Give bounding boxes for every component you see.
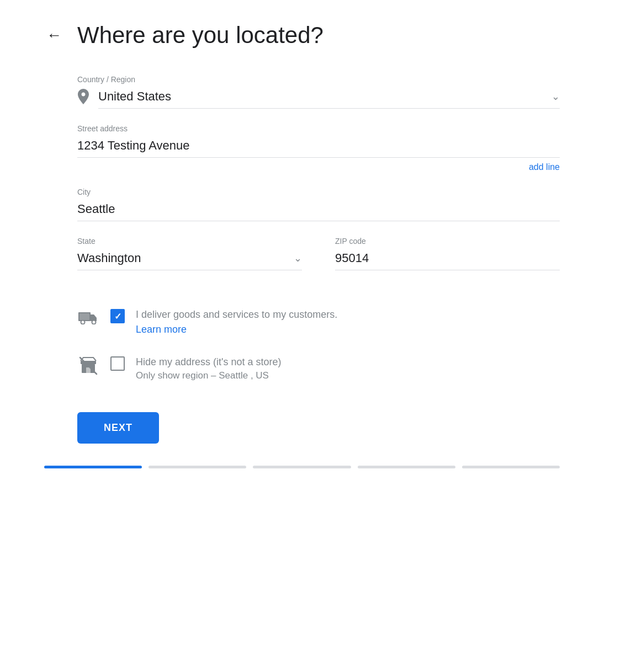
street-field-group: Street address 1234 Testing Avenue add l… (77, 124, 560, 172)
state-label: State (77, 237, 302, 246)
progress-bar (44, 466, 560, 468)
state-chevron-icon: ⌄ (294, 252, 302, 264)
progress-step-3 (253, 466, 351, 468)
progress-step-1 (44, 466, 142, 468)
country-label: Country / Region (77, 75, 560, 84)
hide-address-text: Hide my address (it's not a store) Only … (136, 355, 560, 381)
location-pin-icon (77, 89, 89, 108)
hide-address-checkbox-item: Hide my address (it's not a store) Only … (77, 355, 560, 381)
zip-input-wrapper[interactable]: 95014 (335, 249, 560, 270)
back-button[interactable]: ← (44, 24, 64, 46)
country-input-wrapper[interactable]: United States ⌄ (98, 87, 560, 109)
progress-step-5 (462, 466, 560, 468)
city-label: City (77, 188, 560, 196)
country-value: United States (98, 87, 551, 106)
deliver-checkbox[interactable]: ✓ (110, 309, 125, 323)
hide-address-checkbox[interactable] (110, 356, 125, 371)
svg-point-2 (92, 321, 96, 324)
street-value: 1234 Testing Avenue (77, 136, 560, 155)
store-slash-icon (79, 356, 98, 379)
add-line-link[interactable]: add line (77, 162, 560, 172)
page-container: ← Where are you located? Country / Regio… (0, 0, 626, 502)
zip-field-group: ZIP code 95014 (335, 237, 560, 270)
form-section: Country / Region United States ⌄ Str (77, 75, 560, 286)
svg-rect-3 (79, 313, 89, 320)
truck-icon (78, 309, 98, 328)
next-button[interactable]: NEXT (77, 412, 159, 444)
city-value: Seattle (77, 200, 560, 218)
deliver-label: I deliver goods and services to my custo… (136, 309, 337, 320)
country-field-group: Country / Region United States ⌄ (77, 75, 560, 109)
hide-address-label: Hide my address (it's not a store) (136, 356, 282, 367)
truck-icon-area (77, 308, 99, 328)
svg-point-1 (81, 321, 85, 324)
progress-step-4 (358, 466, 455, 468)
learn-more-link[interactable]: Learn more (136, 324, 560, 335)
state-zip-row: State Washington ⌄ ZIP code 95014 (77, 237, 560, 286)
page-header: ← Where are you located? (44, 22, 560, 49)
state-input-wrapper[interactable]: Washington ⌄ (77, 249, 302, 270)
deliver-checkbox-item: ✓ I deliver goods and services to my cus… (77, 308, 560, 335)
country-chevron-icon: ⌄ (551, 90, 560, 103)
street-label: Street address (77, 124, 560, 133)
page-title: Where are you located? (77, 22, 323, 49)
state-field-group: State Washington ⌄ (77, 237, 302, 270)
zip-value: 95014 (335, 249, 560, 268)
deliver-text: I deliver goods and services to my custo… (136, 308, 560, 335)
checkboxes-section: ✓ I deliver goods and services to my cus… (77, 308, 560, 381)
state-value: Washington (77, 249, 294, 268)
zip-label: ZIP code (335, 237, 560, 246)
store-slash-icon-area (77, 355, 99, 379)
country-row: United States ⌄ (77, 87, 560, 109)
hide-address-sublabel: Only show region – Seattle , US (136, 370, 560, 381)
deliver-checkmark-icon: ✓ (114, 311, 121, 322)
progress-step-2 (148, 466, 246, 468)
street-input-wrapper[interactable]: 1234 Testing Avenue (77, 136, 560, 158)
city-input-wrapper[interactable]: Seattle (77, 200, 560, 221)
city-field-group: City Seattle (77, 188, 560, 221)
